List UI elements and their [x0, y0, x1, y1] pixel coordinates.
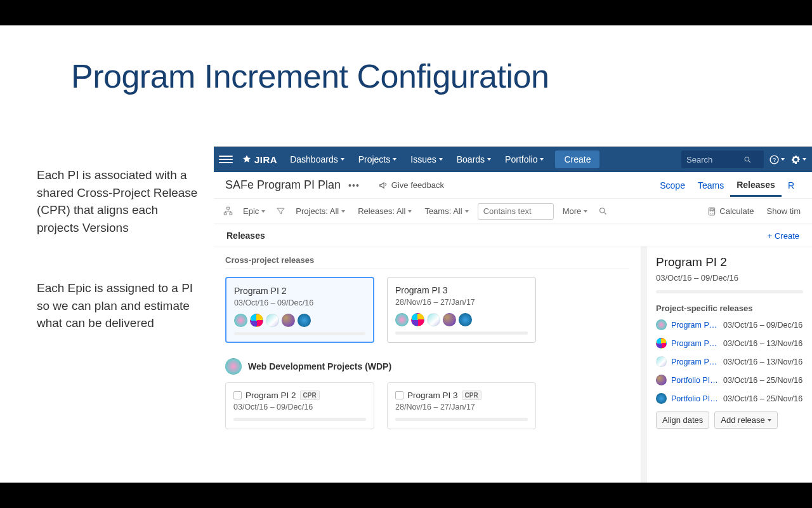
hierarchy-icon[interactable]	[221, 205, 234, 218]
add-release-button[interactable]: Add release	[714, 411, 777, 429]
create-release-link[interactable]: + Create	[768, 231, 799, 241]
search-input[interactable]	[686, 155, 743, 164]
chevron-down-icon	[341, 158, 344, 161]
project-avatar-icon	[443, 313, 456, 326]
release-card-pi2[interactable]: Program PI 2 03/Oct/16 – 09/Dec/16	[225, 277, 374, 343]
project-group-name: Web Development Projects (WDP)	[248, 361, 391, 371]
checkbox[interactable]	[233, 391, 242, 399]
detail-subheading: Project-specific releases	[656, 304, 803, 313]
progress-bar	[233, 418, 366, 421]
tab-more[interactable]: R	[782, 174, 801, 197]
specific-release-item: Program PI … 03/Oct/16 – 09/Dec/16	[656, 319, 803, 330]
project-avatar-icon	[266, 314, 279, 327]
detail-dates: 03/Oct/16 – 09/Dec/16	[656, 273, 803, 283]
project-release-card-pi3[interactable]: Program PI 3 CPR 28/Nov/16 – 27/Jan/17	[387, 382, 536, 429]
help-button[interactable]: ?	[768, 150, 785, 168]
slide-paragraph-2: Each Epic is assigned to a PI so we can …	[37, 279, 202, 332]
search-box[interactable]	[681, 150, 764, 168]
detail-title: Program PI 2	[656, 255, 803, 269]
card-avatars	[395, 313, 528, 326]
chevron-down-icon	[393, 158, 396, 161]
project-avatar-icon	[395, 313, 409, 326]
cpr-badge: CPR	[462, 391, 481, 400]
section-header: Releases + Create	[214, 224, 812, 246]
cross-project-label: Cross-project releases	[225, 255, 629, 269]
chevron-down-icon	[768, 419, 771, 422]
filter-bar: Epic Projects: All Releases: All Teams: …	[214, 199, 812, 224]
project-avatar-icon	[656, 319, 667, 330]
slide-title: Program Increment Configuration	[71, 57, 812, 95]
chevron-down-icon	[540, 158, 544, 161]
project-avatar-icon	[656, 393, 667, 404]
menu-icon[interactable]	[219, 152, 233, 166]
specific-release-item: Portfolio PI 2… 03/Oct/16 – 25/Nov/16	[656, 393, 803, 404]
svg-point-0	[745, 157, 749, 161]
release-link[interactable]: Program PI …	[671, 358, 719, 366]
jira-logo-icon	[242, 154, 252, 164]
create-button[interactable]: Create	[555, 150, 599, 168]
svg-text:?: ?	[772, 157, 775, 163]
project-avatar-icon	[427, 313, 440, 326]
checkbox[interactable]	[395, 391, 403, 399]
nav-dashboards[interactable]: Dashboards	[284, 147, 351, 172]
specific-release-item: Program PI … 03/Oct/16 – 13/Nov/16	[656, 338, 803, 349]
nav-portfolio[interactable]: Portfolio	[499, 147, 550, 172]
project-release-card-pi2[interactable]: Program PI 2 CPR 03/Oct/16 – 09/Dec/16	[225, 382, 374, 429]
chevron-down-icon	[439, 158, 443, 161]
release-dates: 03/Oct/16 – 13/Nov/16	[723, 358, 803, 366]
releases-filter[interactable]: Releases: All	[354, 204, 416, 218]
svg-rect-5	[224, 213, 226, 215]
give-feedback-link[interactable]: Give feedback	[379, 180, 444, 190]
tab-releases[interactable]: Releases	[730, 173, 782, 197]
calculate-button[interactable]: Calculate	[707, 206, 754, 216]
specific-release-item: Portfolio PI 2… 03/Oct/16 – 25/Nov/16	[656, 375, 803, 385]
filter-icon[interactable]	[274, 205, 287, 218]
tab-scope[interactable]: Scope	[653, 174, 691, 197]
project-avatar-icon	[656, 356, 667, 367]
chevron-down-icon	[408, 210, 412, 213]
specific-release-item: Program PI … 03/Oct/16 – 13/Nov/16	[656, 356, 803, 367]
releases-list: Cross-project releases Program PI 2 03/O…	[214, 246, 647, 483]
project-avatar-icon	[656, 375, 667, 385]
svg-rect-6	[230, 213, 232, 215]
project-group-header: Web Development Projects (WDP)	[225, 358, 629, 375]
tab-teams[interactable]: Teams	[691, 174, 730, 197]
release-link[interactable]: Program PI …	[671, 339, 719, 348]
card-title: Program PI 2	[246, 391, 296, 400]
release-link[interactable]: Portfolio PI 2…	[671, 394, 719, 403]
settings-button[interactable]	[789, 150, 807, 168]
release-link[interactable]: Portfolio PI 2…	[671, 376, 719, 385]
text-filter-input[interactable]	[478, 203, 554, 220]
nav-boards[interactable]: Boards	[450, 147, 497, 172]
nav-issues[interactable]: Issues	[404, 147, 449, 172]
teams-filter[interactable]: Teams: All	[421, 204, 472, 218]
release-link[interactable]: Program PI …	[671, 321, 719, 330]
project-avatar-icon	[225, 358, 242, 375]
show-timeline-button[interactable]: Show tim	[763, 204, 804, 218]
project-avatar-icon	[282, 314, 295, 327]
search-filter-button[interactable]	[596, 205, 609, 218]
project-avatar-icon	[234, 314, 247, 327]
project-avatar-icon	[298, 314, 311, 327]
chevron-down-icon	[584, 210, 587, 213]
release-dates: 03/Oct/16 – 13/Nov/16	[723, 339, 803, 348]
jira-logo[interactable]: JIRA	[242, 154, 277, 165]
epic-dropdown[interactable]: Epic	[239, 204, 269, 218]
plan-title: SAFe Program PI Plan	[225, 178, 341, 192]
jira-app: JIRA Dashboards Projects Issues Boards P…	[214, 146, 812, 483]
slide-paragraph-1: Each PI is associated with a shared Cros…	[37, 166, 202, 236]
projects-filter[interactable]: Projects: All	[292, 204, 349, 218]
svg-point-11	[710, 211, 711, 212]
calculator-icon	[707, 207, 716, 216]
svg-point-14	[712, 213, 713, 213]
topbar: JIRA Dashboards Projects Issues Boards P…	[214, 147, 812, 172]
section-title: Releases	[226, 231, 265, 241]
align-dates-button[interactable]: Align dates	[656, 411, 709, 429]
nav-projects[interactable]: Projects	[352, 147, 403, 172]
release-card-pi3[interactable]: Program PI 3 28/Nov/16 – 27/Jan/17	[387, 277, 536, 343]
more-filter[interactable]: More	[559, 204, 592, 218]
svg-point-12	[712, 211, 713, 212]
chevron-down-icon	[487, 158, 491, 161]
more-actions-button[interactable]: •••	[348, 180, 360, 190]
project-header: SAFe Program PI Plan ••• Give feedback S…	[214, 172, 812, 199]
